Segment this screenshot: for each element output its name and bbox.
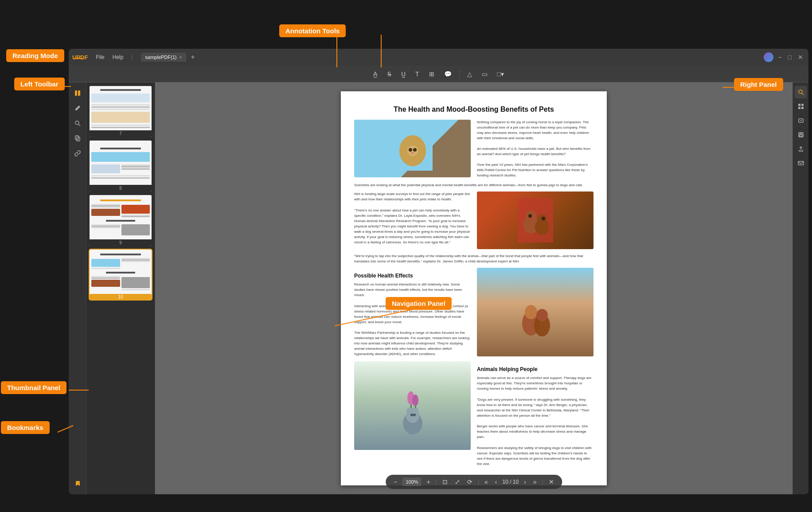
pdf-page: The Health and Mood-Boosting Benefits of… — [341, 91, 607, 485]
navigation-panel-label: Navigation Panel — [386, 297, 452, 310]
left-tool-bookmark[interactable] — [70, 477, 85, 491]
window-controls: − □ ✕ — [764, 52, 805, 62]
tab-pdf[interactable]: samplePDF(1) × — [141, 53, 187, 62]
brown-dogs-image — [477, 268, 593, 356]
left-tool-search[interactable] — [70, 116, 85, 130]
title-bar: UPDF File Help | samplePDF(1) × + − □ ✕ — [69, 49, 808, 66]
pdf-title: The Health and Mood-Boosting Benefits of… — [354, 105, 593, 114]
left-tool-pages[interactable] — [70, 131, 85, 145]
svg-point-38 — [412, 395, 418, 406]
menu-help[interactable]: Help — [109, 52, 127, 62]
tab-close-btn[interactable]: × — [179, 55, 182, 60]
svg-rect-8 — [75, 90, 77, 96]
svg-point-27 — [528, 214, 532, 218]
window-close-btn[interactable]: ✕ — [796, 54, 805, 61]
nav-sep1: | — [436, 479, 437, 485]
tool-shape-triangle[interactable]: △ — [464, 69, 475, 79]
thumbnail-page-10[interactable]: 10 — [90, 250, 152, 300]
reading-mode-label: Reading Mode — [6, 49, 64, 62]
right-tool-export[interactable] — [795, 114, 807, 127]
tool-underline[interactable]: U̲ — [398, 69, 409, 79]
svg-rect-48 — [801, 104, 804, 106]
content-area: 7 — [69, 82, 808, 494]
pdf-viewer[interactable]: The Health and Mood-Boosting Benefits of… — [155, 82, 792, 494]
rotate-btn[interactable]: ⟳ — [465, 477, 474, 486]
menu-bar: File Help — [92, 52, 127, 62]
right-tool-grid[interactable] — [795, 100, 807, 113]
zoom-in-btn[interactable]: + — [425, 477, 432, 486]
annotation-toolbar: A̲ S̶ U̲ T ⊞ 💬 △ ▭ □▾ — [69, 66, 808, 82]
gray-cat-image — [354, 361, 471, 450]
tab-bar: samplePDF(1) × + — [141, 52, 761, 62]
svg-rect-47 — [798, 104, 800, 106]
left-toolbar-label: Left Toolbar — [14, 78, 65, 90]
pdf-animals-section: Animals Helping People Animals can serve… — [354, 361, 593, 467]
user-avatar[interactable] — [764, 52, 773, 62]
tool-shape-rect[interactable]: ▭ — [479, 69, 491, 79]
thumbnail-page-9[interactable]: 9 — [90, 195, 152, 246]
right-tool-save[interactable] — [795, 129, 807, 141]
separator: | — [131, 54, 133, 60]
svg-point-28 — [542, 217, 545, 220]
pdf-nav-bar: − 100% + | ⊡ ⤢ ⟳ | « ‹ 10 / 10 › » | ✕ — [386, 475, 562, 489]
svg-point-45 — [799, 90, 802, 94]
close-nav-btn[interactable]: ✕ — [547, 477, 556, 486]
svg-rect-55 — [798, 161, 804, 165]
pdf-quote1: "There's no one answer about how a pet c… — [354, 208, 471, 245]
app-logo: UPDF — [72, 54, 88, 61]
expand-btn[interactable]: ⤢ — [453, 477, 462, 486]
first-page-btn[interactable]: « — [483, 477, 490, 486]
svg-rect-50 — [801, 107, 804, 109]
pdf-health-section: Possible Health Effects Research on huma… — [354, 268, 593, 357]
pdf-intro-section: Nothing compares to the joy of coming ho… — [354, 120, 593, 178]
svg-rect-54 — [800, 135, 802, 137]
right-tool-share[interactable] — [795, 143, 807, 155]
left-toolbar — [69, 82, 86, 494]
nav-sep3: | — [542, 479, 543, 485]
tab-add-btn[interactable]: + — [188, 52, 197, 62]
left-tool-edit[interactable] — [70, 101, 85, 115]
zoom-level[interactable]: 100% — [402, 478, 421, 486]
last-page-btn[interactable]: » — [531, 477, 539, 486]
right-panel-label: Right Panel — [734, 78, 783, 91]
svg-point-44 — [413, 414, 416, 416]
dogs-image — [477, 192, 593, 249]
cat-image — [354, 120, 471, 177]
thumbnail-page-8[interactable]: 8 — [90, 141, 152, 192]
pdf-quote2: "We're trying to tap into the subjective… — [354, 254, 593, 264]
svg-point-19 — [409, 148, 412, 152]
svg-point-33 — [536, 309, 548, 321]
svg-point-10 — [75, 121, 79, 125]
left-tool-link[interactable] — [70, 146, 85, 160]
svg-point-41 — [406, 408, 412, 415]
thumb-num-9: 9 — [90, 239, 152, 246]
svg-rect-9 — [78, 90, 80, 96]
tool-strikethrough[interactable]: S̶ — [384, 69, 394, 79]
fit-page-btn[interactable]: ⊡ — [441, 477, 449, 486]
zoom-out-btn[interactable]: − — [392, 477, 399, 486]
pdf-health-title: Possible Health Effects — [354, 272, 471, 280]
window-minimize-btn[interactable]: − — [776, 54, 783, 61]
toolbar-separator — [459, 70, 460, 78]
tool-shape-more[interactable]: □▾ — [494, 69, 507, 79]
prev-page-btn[interactable]: ‹ — [493, 477, 499, 486]
nav-sep2: | — [478, 479, 479, 485]
tool-comment[interactable]: 💬 — [441, 69, 455, 79]
right-tool-email[interactable] — [795, 157, 807, 169]
window-maximize-btn[interactable]: □ — [786, 54, 793, 61]
right-tool-search[interactable] — [795, 86, 807, 98]
annotation-tools-label: Annotation Tools — [279, 24, 346, 37]
thumbnail-page-7[interactable]: 7 — [90, 86, 152, 137]
next-page-btn[interactable]: › — [522, 477, 528, 486]
tool-text-highlight[interactable]: A̲ — [370, 69, 381, 79]
menu-file[interactable]: File — [92, 52, 108, 62]
svg-point-32 — [525, 305, 537, 319]
svg-line-46 — [802, 94, 804, 95]
tool-text[interactable]: T — [412, 69, 422, 79]
thumbnail-panel-label: Thumbnail Panel — [1, 381, 66, 394]
app-window: UPDF File Help | samplePDF(1) × + − □ ✕ … — [69, 49, 808, 494]
left-tool-view[interactable] — [70, 86, 85, 100]
thumbnail-panel: 7 — [86, 82, 155, 494]
tool-textbox[interactable]: ⊞ — [426, 69, 437, 79]
pdf-intro-text: Nothing compares to the joy of coming ho… — [477, 120, 593, 178]
